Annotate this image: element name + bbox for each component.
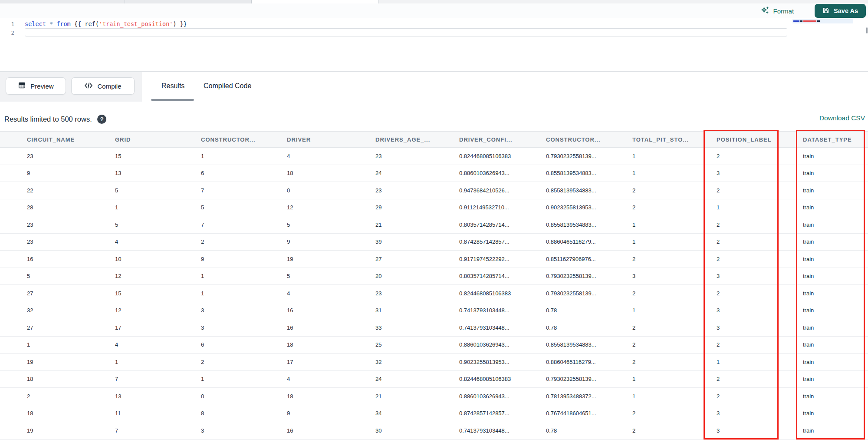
table-cell: 28 (0, 204, 115, 211)
minimap-mark (803, 20, 816, 22)
editor-toolbar: Format Save As (0, 3, 868, 18)
table-cell: 27 (375, 256, 459, 262)
column-header[interactable]: DRIVERS_AGE_... (375, 136, 459, 143)
table-cell: 0.7413793103448... (459, 307, 546, 314)
table-cell: 0.7413793103448... (459, 427, 546, 434)
column-header[interactable]: CIRCUIT_NAME (0, 136, 115, 143)
table-cell: 12 (287, 204, 375, 211)
table-cell: 27 (0, 324, 115, 331)
table-cell: 0.7413793103448... (459, 324, 546, 331)
preview-button[interactable]: Preview (6, 77, 66, 95)
table-cell: 4 (115, 341, 201, 348)
table-cell: 1 (201, 290, 287, 297)
sparkles-icon (761, 6, 769, 16)
table-cell: 5 (201, 204, 287, 211)
code-editor[interactable]: 1 select * from {{ ref('train_test_posit… (0, 18, 868, 72)
table-cell: 0.9023255813953... (459, 359, 546, 365)
table-cell: 16 (287, 307, 375, 314)
table-cell: 4 (287, 290, 375, 297)
table-cell: 0.7930232558139... (546, 376, 632, 382)
table-cell: 0.78 (546, 427, 632, 434)
line-number: 1 (0, 21, 14, 27)
file-tab[interactable] (0, 0, 125, 3)
table-cell: 1 (115, 204, 201, 211)
column-header[interactable]: DRIVER (287, 136, 375, 143)
format-button[interactable]: Format (761, 6, 794, 16)
table-cell: 0.8860103626943... (459, 170, 546, 176)
table-cell: 1 (201, 153, 287, 159)
table-cell: 32 (0, 307, 115, 314)
column-header[interactable]: CONSTRUCTOR... (546, 136, 632, 143)
table-cell: 0.8035714285714... (459, 273, 546, 279)
table-cell: 18 (287, 170, 375, 176)
download-csv-link[interactable]: Download CSV (819, 114, 865, 122)
column-header[interactable]: GRID (115, 136, 201, 143)
format-label: Format (773, 7, 794, 15)
table-grid-icon (18, 81, 26, 91)
table-cell: 15 (115, 153, 201, 159)
table-cell: 1 (201, 376, 287, 382)
table-cell: 16 (0, 256, 115, 262)
column-header[interactable]: DRIVER_CONFI... (459, 136, 546, 143)
table-cell: 0.78 (546, 307, 632, 314)
tab-compiled-code[interactable]: Compiled Code (204, 82, 251, 90)
annotation-box-position-label (704, 130, 779, 440)
table-cell: 19 (0, 427, 115, 434)
table-cell: 1 (0, 341, 115, 348)
code-line-1: 1 select * from {{ ref('train_test_posit… (0, 20, 868, 28)
save-icon (822, 7, 829, 15)
compile-button[interactable]: Compile (71, 77, 135, 95)
table-cell: 2 (0, 393, 115, 400)
table-cell: 16 (287, 427, 375, 434)
table-cell: 30 (375, 427, 459, 434)
table-cell: 23 (375, 187, 459, 194)
table-cell: 0.7930232558139... (546, 290, 632, 297)
save-as-button[interactable]: Save As (815, 4, 866, 18)
table-cell: 4 (115, 238, 201, 245)
table-cell: 12 (115, 307, 201, 314)
table-cell: 0.9473684210526... (459, 187, 546, 194)
line-number: 2 (0, 30, 14, 36)
table-cell: 0.7813953488372... (546, 393, 632, 400)
minimap[interactable] (792, 19, 853, 23)
help-icon[interactable]: ? (97, 115, 106, 124)
code-text: select * from {{ ref('train_test_positio… (25, 20, 187, 27)
tab-results[interactable]: Results (161, 82, 184, 90)
table-cell: 3 (201, 307, 287, 314)
table-cell: 21 (375, 393, 459, 400)
table-cell: 4 (287, 153, 375, 159)
table-cell: 22 (0, 187, 115, 194)
table-cell: 5 (287, 273, 375, 279)
table-cell: 0.8860465116279... (546, 238, 632, 245)
table-cell: 23 (0, 153, 115, 159)
table-cell: 0.8742857142857... (459, 410, 546, 417)
table-cell: 7 (201, 187, 287, 194)
table-cell: 0.9171974522292... (459, 256, 546, 262)
file-tab[interactable] (125, 0, 252, 3)
minimap-mark (817, 20, 820, 22)
table-cell: 0 (201, 393, 287, 400)
table-cell: 0.824468085106383 (459, 290, 546, 297)
table-cell: 21 (375, 222, 459, 228)
active-file-tab[interactable] (252, 0, 378, 3)
table-cell: 0.824468085106383 (459, 153, 546, 159)
table-cell: 23 (375, 153, 459, 159)
editor-scrollbar[interactable] (866, 27, 868, 33)
table-cell: 39 (375, 238, 459, 245)
table-cell: 7 (115, 427, 201, 434)
table-cell: 19 (287, 256, 375, 262)
table-cell: 25 (375, 341, 459, 348)
table-cell: 0.8558139534883... (546, 341, 632, 348)
column-header[interactable]: CONSTRUCTOR... (201, 136, 287, 143)
table-cell: 24 (375, 376, 459, 382)
table-cell: 31 (375, 307, 459, 314)
table-cell: 18 (287, 341, 375, 348)
table-cell: 17 (287, 359, 375, 365)
table-cell: 9 (287, 238, 375, 245)
table-cell: 2 (201, 359, 287, 365)
table-cell: 9 (287, 410, 375, 417)
results-panel-toolbar: Preview Compile Results Compiled Code (0, 72, 868, 101)
save-as-label: Save As (834, 7, 858, 14)
table-cell: 0.78 (546, 324, 632, 331)
table-cell: 3 (201, 427, 287, 434)
